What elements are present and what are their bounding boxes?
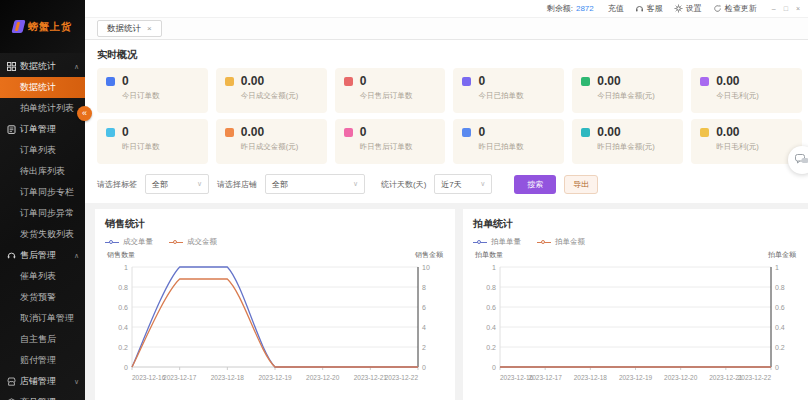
tab-data-statistics[interactable]: 数据统计 × (97, 20, 162, 37)
svg-text:6: 6 (422, 304, 426, 311)
sidebar-item-label: 待出库列表 (20, 165, 65, 178)
close-icon[interactable]: × (796, 5, 800, 12)
main-area: 剩余额:2872 充值 客服 设置 检查更新 – □ × (85, 0, 808, 400)
sidebar-item-5[interactable]: 待出库列表 (0, 161, 85, 182)
search-button[interactable]: 搜索 (514, 175, 556, 194)
chevron-down-icon: ∨ (353, 180, 358, 188)
sales-chart-legend: 成交单量成交金额 (105, 237, 445, 247)
legend-item-拍单单量[interactable]: 拍单单量 (473, 237, 521, 247)
sidebar-item-10[interactable]: 催单列表 (0, 266, 85, 287)
sidebar-item-16[interactable]: 商品管理 (0, 392, 85, 400)
balance-info: 剩余额:2872 (547, 3, 597, 14)
days-select[interactable]: 近7天∨ (434, 174, 492, 194)
stat-label: 今日拍单金额(元) (597, 91, 655, 101)
stat-label: 昨日已拍单数 (478, 142, 523, 152)
order-line-chart: 拍单数量拍单金额000.20.20.40.40.60.60.80.8112023… (473, 249, 798, 395)
svg-text:2: 2 (422, 344, 426, 351)
sales-chart-card: 销售统计 成交单量成交金额 销售数量销售金额000.220.440.660.88… (95, 209, 455, 400)
stat-card-5: 0.00今日毛利(元) (691, 68, 802, 113)
sales-line-chart: 销售数量销售金额000.220.440.660.881102023-12-162… (105, 249, 445, 395)
sidebar-item-0[interactable]: 数据统计∧ (0, 56, 85, 77)
sidebar-item-label: 取消订单管理 (20, 312, 74, 325)
stat-value: 0 (478, 75, 523, 88)
stat-label: 今日售后订单数 (360, 91, 413, 101)
stat-card-10: 0.00昨日拍单金额(元) (572, 119, 683, 164)
stat-value: 0.00 (597, 126, 655, 139)
svg-text:0.8: 0.8 (118, 284, 128, 291)
order-chart-title: 拍单统计 (473, 217, 798, 231)
chat-float-button[interactable] (788, 146, 808, 174)
stat-icon (344, 128, 353, 137)
svg-text:2023-12-19: 2023-12-19 (619, 374, 653, 381)
legend-item-成交金额[interactable]: 成交金额 (169, 237, 217, 247)
stat-icon (106, 128, 115, 137)
sidebar-item-2[interactable]: 拍单统计列表 (0, 98, 85, 119)
store-select[interactable]: 全部∨ (265, 174, 365, 194)
stat-value: 0.00 (241, 75, 299, 88)
sidebar-item-7[interactable]: 订单同步异常 (0, 203, 85, 224)
stat-icon (700, 77, 709, 86)
tag-select[interactable]: 全部∨ (145, 174, 209, 194)
sidebar-item-label: 商品管理 (20, 396, 56, 400)
sidebar-item-8[interactable]: 发货失败列表 (0, 224, 85, 245)
stat-icon (581, 77, 590, 86)
tab-bar: 数据统计 × (85, 18, 808, 40)
check-update-button[interactable]: 检查更新 (713, 3, 757, 14)
sidebar-item-9[interactable]: 售后管理∧ (0, 245, 85, 266)
sidebar-item-label: 订单同步专栏 (20, 186, 74, 199)
headset-icon (635, 4, 644, 13)
sidebar-item-11[interactable]: 发货预警 (0, 287, 85, 308)
svg-text:0.6: 0.6 (775, 304, 785, 311)
svg-text:0.4: 0.4 (775, 324, 785, 331)
legend-marker (169, 240, 183, 245)
customer-service-button[interactable]: 客服 (635, 3, 663, 14)
order-chart-legend: 拍单单量拍单金额 (473, 237, 798, 247)
stat-card-3: 0今日已拍单数 (453, 68, 564, 113)
sidebar-item-label: 催单列表 (20, 270, 56, 283)
minimize-icon[interactable]: – (772, 5, 776, 12)
filter-bar: 请选择标签 全部∨ 请选择店铺 全部∨ 统计天数(天) 近7天∨ 搜索 导出 (97, 174, 808, 194)
svg-text:销售金额: 销售金额 (414, 251, 444, 258)
balance-label: 剩余额: (547, 4, 573, 13)
stat-label: 昨日售后订单数 (360, 142, 413, 152)
sidebar-item-12[interactable]: 取消订单管理 (0, 308, 85, 329)
tab-label: 数据统计 (107, 23, 141, 35)
svg-text:1: 1 (492, 264, 496, 271)
svg-text:2023-12-17: 2023-12-17 (163, 374, 197, 381)
svg-text:1: 1 (124, 264, 128, 271)
sidebar-item-label: 订单同步异常 (20, 207, 74, 220)
recharge-link[interactable]: 充值 (608, 3, 624, 14)
stat-value: 0.00 (241, 126, 299, 139)
sidebar-item-label: 拍单统计列表 (20, 102, 74, 115)
export-button[interactable]: 导出 (564, 175, 598, 194)
sidebar-collapse-button[interactable]: « (77, 106, 92, 121)
maximize-icon[interactable]: □ (784, 5, 788, 12)
sidebar-item-6[interactable]: 订单同步专栏 (0, 182, 85, 203)
sidebar-item-4[interactable]: 订单列表 (0, 140, 85, 161)
svg-text:2023-12-16: 2023-12-16 (132, 374, 166, 381)
stat-value: 0 (360, 75, 413, 88)
days-filter-label: 统计天数(天) (381, 179, 426, 190)
sidebar-item-15[interactable]: 店铺管理∨ (0, 371, 85, 392)
legend-item-成交单量[interactable]: 成交单量 (105, 237, 153, 247)
app-logo: 螃蟹上货 (0, 0, 85, 53)
charts-section: 销售统计 成交单量成交金额 销售数量销售金额000.220.440.660.88… (85, 203, 808, 400)
order-chart-card: 拍单统计 拍单单量拍单金额 拍单数量拍单金额000.20.20.40.40.60… (463, 209, 808, 400)
tab-close-icon[interactable]: × (147, 24, 152, 33)
legend-item-拍单金额[interactable]: 拍单金额 (537, 237, 585, 247)
svg-text:4: 4 (422, 324, 426, 331)
sidebar-item-13[interactable]: 自主售后 (0, 329, 85, 350)
chevron-down-icon: ∨ (74, 378, 79, 386)
refresh-icon (713, 4, 722, 13)
sidebar-item-label: 赔付管理 (20, 354, 56, 367)
sidebar-item-3[interactable]: 订单管理 (0, 119, 85, 140)
stat-card-9: 0昨日已拍单数 (453, 119, 564, 164)
sidebar-item-label: 订单管理 (20, 123, 56, 136)
sidebar-item-label: 自主售后 (20, 333, 56, 346)
sidebar-item-14[interactable]: 赔付管理 (0, 350, 85, 371)
sidebar-item-1-active[interactable]: 数据统计 (0, 77, 85, 98)
stat-value: 0 (360, 126, 413, 139)
stat-card-2: 0今日售后订单数 (335, 68, 446, 113)
settings-button[interactable]: 设置 (674, 3, 702, 14)
svg-text:10: 10 (422, 264, 430, 271)
